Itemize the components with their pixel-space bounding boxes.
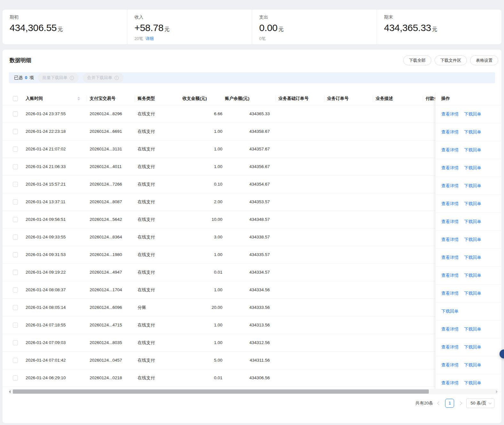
cell-base-order-no bbox=[276, 193, 324, 211]
download-all-button[interactable]: 下载全部 bbox=[403, 55, 431, 65]
cell-amount: 1.00 bbox=[182, 246, 225, 263]
download-file-area-button[interactable]: 下载文件区 bbox=[435, 55, 467, 65]
row-checkbox[interactable] bbox=[13, 147, 18, 152]
summary-closing: 期末 434,365.33元 bbox=[377, 10, 501, 44]
cell-account-type: 分账 bbox=[135, 299, 182, 316]
row-checkbox[interactable] bbox=[13, 323, 18, 328]
cell-description bbox=[373, 228, 423, 246]
actions-column: 操作 查看详情下载回单查看详情下载回单查看详情下载回单查看详情下载回单查看详情下… bbox=[435, 92, 501, 392]
download-receipt-link[interactable]: 下载回单 bbox=[464, 273, 481, 278]
cell-account-type: 在线支付 bbox=[135, 316, 182, 334]
view-detail-link[interactable]: 查看详情 bbox=[441, 291, 459, 296]
column-header: 业务描述 bbox=[373, 92, 423, 105]
cell-account-type: 在线支付 bbox=[135, 246, 182, 263]
cell-amount: 1.00 bbox=[182, 140, 225, 158]
scrollbar-thumb[interactable] bbox=[13, 389, 429, 394]
download-receipt-link[interactable]: 下载回单 bbox=[464, 326, 481, 332]
page-size-select[interactable]: 50 条/页 bbox=[466, 398, 494, 408]
view-detail-link[interactable]: 查看详情 bbox=[441, 380, 459, 386]
table-header-row: 入账时间支付宝交易号账务类型收支金额(元)账户余额(元)业务基础订单号业务订单号… bbox=[3, 92, 501, 105]
view-detail-link[interactable]: 查看详情 bbox=[441, 201, 459, 207]
download-receipt-link[interactable]: 下载回单 bbox=[464, 380, 481, 386]
cell-transaction-no: 20260124...8035 bbox=[87, 334, 135, 351]
cell-base-order-no bbox=[276, 334, 324, 351]
current-page-button[interactable]: 1 bbox=[445, 399, 454, 408]
download-receipt-link[interactable]: 下载回单 bbox=[464, 165, 481, 171]
download-receipt-link[interactable]: 下载回单 bbox=[464, 147, 481, 153]
cell-base-order-no bbox=[276, 299, 324, 316]
batch-download-button[interactable]: 批量下载回单i bbox=[38, 73, 79, 83]
cell-base-order-no bbox=[276, 211, 324, 228]
download-receipt-link[interactable]: 下载回单 bbox=[464, 219, 481, 225]
select-all-checkbox[interactable] bbox=[13, 96, 18, 101]
cell-time: 2026-01-24 09:31:53 bbox=[23, 246, 87, 263]
row-checkbox[interactable] bbox=[13, 340, 18, 345]
cell-account-type: 在线支付 bbox=[135, 105, 182, 123]
cell-amount: 0.10 bbox=[182, 175, 225, 193]
row-checkbox[interactable] bbox=[13, 129, 18, 134]
download-receipt-link[interactable]: 下载回单 bbox=[464, 201, 481, 207]
cell-base-order-no bbox=[276, 123, 324, 140]
scrollbar-right-arrow-icon[interactable] bbox=[496, 390, 498, 393]
column-header: 支付宝交易号 bbox=[87, 92, 135, 105]
row-checkbox[interactable] bbox=[13, 164, 18, 169]
view-detail-link[interactable]: 查看详情 bbox=[441, 326, 459, 332]
view-detail-link[interactable]: 查看详情 bbox=[441, 219, 459, 225]
download-receipt-link[interactable]: 下载回单 bbox=[464, 129, 481, 135]
row-checkbox[interactable] bbox=[13, 305, 18, 310]
row-checkbox[interactable] bbox=[13, 358, 18, 363]
scrollbar-left-arrow-icon[interactable] bbox=[9, 390, 11, 393]
cell-time: 2026-01-24 21:06:33 bbox=[23, 158, 87, 175]
row-checkbox[interactable] bbox=[13, 111, 18, 116]
view-detail-link[interactable]: 查看详情 bbox=[441, 273, 459, 278]
view-detail-link[interactable]: 查看详情 bbox=[441, 362, 459, 368]
cell-amount: 6.66 bbox=[182, 105, 225, 123]
table-row: 2026-01-24 09:56:5120260124...5642在线支付10… bbox=[3, 211, 501, 228]
cell-balance: 434357.67 bbox=[225, 140, 276, 158]
table-row: 2026-01-24 09:31:5320260124...1980在线支付1.… bbox=[3, 246, 501, 263]
download-receipt-link[interactable]: 下载回单 bbox=[441, 309, 459, 314]
row-actions: 查看详情下载回单 bbox=[436, 231, 501, 249]
row-checkbox[interactable] bbox=[13, 182, 18, 187]
merge-download-button[interactable]: 合并下载回单i bbox=[83, 73, 124, 83]
download-receipt-link[interactable]: 下载回单 bbox=[464, 183, 481, 189]
cell-select bbox=[3, 211, 23, 228]
download-receipt-link[interactable]: 下载回单 bbox=[464, 255, 481, 261]
view-detail-link[interactable]: 查看详情 bbox=[441, 237, 459, 243]
sort-icon[interactable] bbox=[77, 97, 80, 100]
view-detail-link[interactable]: 查看详情 bbox=[441, 183, 459, 189]
cell-description bbox=[373, 299, 423, 316]
download-receipt-link[interactable]: 下载回单 bbox=[464, 237, 481, 243]
cell-account-type: 在线支付 bbox=[135, 175, 182, 193]
cell-transaction-no: 20260124...1704 bbox=[87, 281, 135, 299]
download-receipt-link[interactable]: 下载回单 bbox=[464, 362, 481, 368]
download-receipt-link[interactable]: 下载回单 bbox=[464, 344, 481, 350]
cell-transaction-no: 20260124...4947 bbox=[87, 263, 135, 281]
row-checkbox[interactable] bbox=[13, 235, 18, 240]
cell-balance: 434312.56 bbox=[225, 334, 276, 351]
table-settings-button[interactable]: 表格设置 bbox=[470, 55, 498, 65]
row-checkbox[interactable] bbox=[13, 217, 18, 222]
view-detail-link[interactable]: 查看详情 bbox=[441, 129, 459, 135]
view-detail-link[interactable]: 查看详情 bbox=[441, 111, 459, 117]
view-detail-link[interactable]: 查看详情 bbox=[441, 255, 459, 261]
view-detail-link[interactable]: 查看详情 bbox=[441, 344, 459, 350]
row-checkbox[interactable] bbox=[13, 287, 18, 293]
view-detail-link[interactable]: 查看详情 bbox=[441, 147, 459, 153]
summary-label: 期末 bbox=[384, 14, 501, 20]
row-checkbox[interactable] bbox=[13, 375, 18, 381]
cell-select bbox=[3, 369, 23, 387]
page-title: 数据明细 bbox=[10, 57, 31, 64]
next-page-icon[interactable] bbox=[459, 401, 462, 405]
prev-page-icon[interactable] bbox=[437, 401, 441, 405]
row-checkbox[interactable] bbox=[13, 270, 18, 275]
horizontal-scrollbar[interactable] bbox=[9, 389, 498, 394]
download-receipt-link[interactable]: 下载回单 bbox=[464, 111, 481, 117]
view-detail-link[interactable]: 查看详情 bbox=[441, 165, 459, 171]
row-checkbox[interactable] bbox=[13, 252, 18, 257]
cell-amount: 5.00 bbox=[182, 351, 225, 369]
download-receipt-link[interactable]: 下载回单 bbox=[464, 291, 481, 296]
row-checkbox[interactable] bbox=[13, 199, 18, 204]
summary-sub: 20笔详细 bbox=[134, 36, 252, 42]
income-detail-link[interactable]: 详细 bbox=[145, 36, 154, 41]
